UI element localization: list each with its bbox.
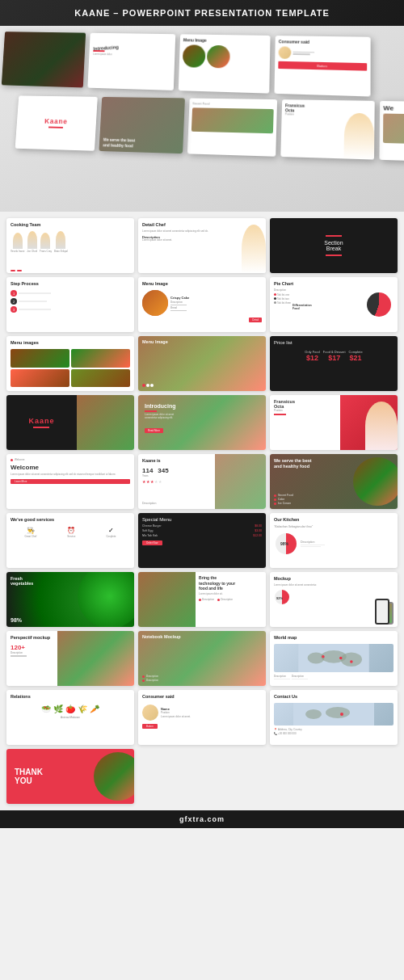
slide-world-map: World map Description Description: [270, 631, 398, 686]
svg-point-7: [341, 653, 362, 667]
svg-point-9: [339, 657, 343, 660]
price-1: $12: [306, 354, 318, 362]
slide-thank-you-title: THANKYOU: [15, 768, 43, 785]
svg-point-12: [305, 709, 322, 719]
slide-good-services: We've good services 👨‍🍳 Great Chef ⏰ Ser…: [6, 513, 134, 568]
slide-detail-chef-title: Detail Chef: [142, 222, 262, 227]
slide-we-serve-title: We serve the bestand healthy food: [274, 458, 312, 469]
slide-bring-tech: Bring thetechnology to yourfood and life…: [138, 572, 266, 627]
slide-contact-us: Contact Us 📍Address, City, Country 📞+00 …: [270, 690, 398, 745]
slide-fresh-veg-title: Freshvegetables: [11, 576, 33, 586]
slide-our-kitchen: Our Kitchen "Kakachan Sebagian dari ilmu…: [270, 513, 398, 568]
slide-price-list: Price list Only Food $12 Food & Dessert …: [270, 336, 398, 391]
price-3: $21: [350, 354, 362, 362]
hero-section: Introducing Lorem ipsum dolor Menu Image…: [0, 26, 404, 212]
slide-welcome: Welcome Welcome Lorem ipsum dolor sit am…: [6, 454, 134, 509]
slide-section-break-subtitle: Break: [326, 246, 341, 251]
slide-detail-chef: Detail Chef Lorem ipsum dolor sit amet c…: [138, 218, 266, 273]
slide-cooking-team: Cooking Team Vevela Inane Jon Olodi Fran…: [6, 218, 134, 273]
slide-thank-you: THANKYOU: [6, 749, 134, 804]
slide-notebook-title: Notebook Mockup: [142, 634, 181, 639]
hero-slide-serve: We serve the bestand healthy food: [99, 97, 185, 154]
slide-relations: Relations 🥗 🌿 🍅 🌾 🥕 Animasi Makanan: [6, 690, 134, 745]
watermark-text: gfxtra.com: [179, 815, 225, 823]
hero-slides-perspective-2: Kaane We serve the bestand healthy food …: [15, 95, 404, 162]
slide-kaane-is: Kaane is 114Years 345 ★★★★★ Description: [138, 454, 266, 509]
svg-point-8: [322, 655, 325, 658]
slide-price-list-title: Price list: [274, 340, 393, 345]
svg-point-14: [340, 713, 343, 716]
hero-slide-4: Consumer said Button: [275, 36, 371, 96]
slide-fransicus-profile: Fransicus Octa Position: [270, 395, 398, 450]
slide-our-kitchen-title: Our Kitchen: [274, 517, 393, 522]
slide-notebook-mockup: Notebook Mockup Description Description: [138, 631, 266, 686]
slide-mockup: Mockup Lorem ipsum dolor sit amet consec…: [270, 572, 398, 627]
slide-contact-us-title: Contact Us: [274, 694, 393, 699]
kaane-logo-dark: Kaane: [28, 417, 54, 425]
slide-bring-tech-title: Bring thetechnology to yourfood and life: [199, 575, 263, 591]
slide-special-menu: Special Menu Cheese Burger $8.00 Soft Eg…: [138, 513, 266, 568]
slide-menu-image-2-title: Menu Image: [142, 281, 262, 286]
header-title: KAANE – POWERPOINT PRESENTATION TEMPLATE: [74, 8, 330, 18]
slide-introducing-2: Introducing Lorem ipsum dolor sit ametco…: [138, 395, 266, 450]
hero-slide-secret: Secret Food: [187, 99, 277, 157]
slide-step-process-title: Step Process: [11, 281, 130, 286]
slide-perspectif-mockup: Perspectif mockup 120+ Description: [6, 631, 134, 686]
slide-good-services-title: We've good services: [11, 517, 130, 522]
price-2: $17: [328, 354, 340, 362]
hero-slide-2: Introducing Lorem ipsum dolor: [87, 33, 175, 90]
slide-special-menu-title: Special Menu: [142, 517, 262, 522]
pie-chart-label: DifferentiationFood: [292, 304, 312, 310]
slide-section-break-title: Section: [324, 240, 343, 246]
hero-slides-perspective: Introducing Lorem ipsum dolor Menu Image…: [2, 32, 371, 96]
slide-menu-image-3-title: Menu Image: [142, 339, 168, 344]
slide-relations-title: Relations: [11, 694, 130, 699]
slide-we-serve: Secret Food Cake Ice Cream We serve the …: [270, 454, 398, 509]
slide-consumer-said-title: Consumer said: [142, 694, 262, 699]
slide-menu-image-3: Menu Image: [138, 336, 266, 391]
hero-slide-3: Menu Image: [179, 34, 271, 93]
slides-grid: Cooking Team Vevela Inane Jon Olodi Fran…: [0, 212, 404, 810]
svg-point-13: [326, 707, 350, 718]
slide-section-break: Section Break: [270, 218, 398, 273]
slide-perspectif-title: Perspectif mockup: [11, 635, 130, 640]
slide-kaane-dark: Kaane: [6, 395, 134, 450]
svg-point-10: [350, 660, 353, 663]
slide-menu-images-grid: Menu images: [6, 336, 134, 391]
slide-world-map-title: World map: [274, 635, 393, 640]
svg-text:98%: 98%: [280, 541, 289, 546]
slide-introducing-2-title: Introducing: [145, 403, 176, 409]
watermark-bar: gfxtra.com: [0, 810, 404, 828]
slide-cooking-team-title: Cooking Team: [11, 222, 130, 227]
svg-text:92%: 92%: [276, 596, 283, 600]
slide-pie-chart-title: Pie Chart: [274, 281, 393, 286]
hero-slide-we: We: [379, 101, 404, 163]
slide-pie-chart: Pie Chart Description Tab list one Tab l…: [270, 277, 398, 332]
slide-menu-images-title: Menu images: [11, 340, 130, 345]
page-header: KAANE – POWERPOINT PRESENTATION TEMPLATE: [0, 0, 404, 26]
hero-slide-kaane: Kaane: [15, 95, 98, 150]
slide-consumer-said: Consumer said Name Position Lorem ipsum …: [138, 690, 266, 745]
slide-mockup-title: Mockup: [274, 576, 393, 581]
slide-menu-image-2: Menu Image Crispy Cake Description Bread…: [138, 277, 266, 332]
slide-step-process: Step Process 1 2 3: [6, 277, 134, 332]
pie-chart-visual: [367, 292, 391, 317]
slide-fresh-vegetables: Freshvegetables 98%: [6, 572, 134, 627]
hero-slide-1: [2, 32, 86, 87]
hero-slide-fransicus: FransicusOcta Position: [280, 99, 374, 159]
slide-welcome-title: Welcome: [11, 464, 130, 471]
